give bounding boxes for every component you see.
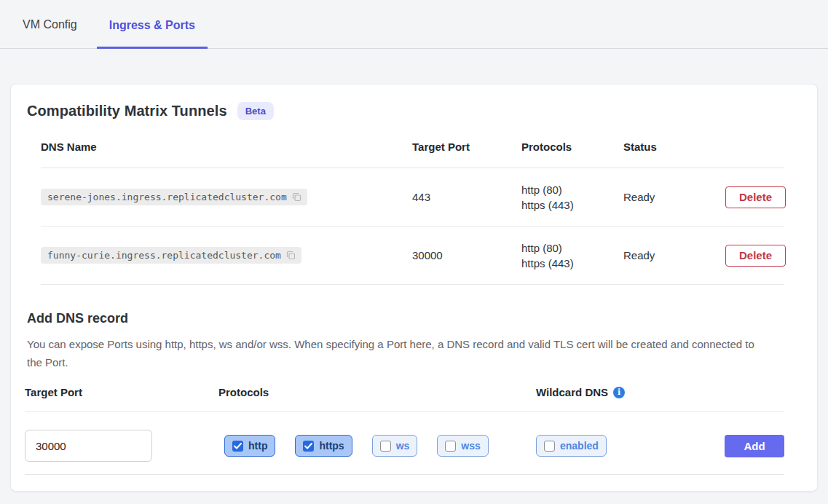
beta-badge: Beta <box>237 102 274 120</box>
checkbox-wildcard-enabled[interactable]: enabled <box>536 435 607 457</box>
target-port-cell: 30000 <box>412 249 521 261</box>
tunnels-card: Compatibility Matrix Tunnels Beta DNS Na… <box>10 84 818 492</box>
checkbox-empty-icon <box>445 441 456 452</box>
target-port-input[interactable] <box>25 430 152 462</box>
dns-name-text: funny-curie.ingress.replicatedcluster.co… <box>47 250 281 261</box>
status-cell: Ready <box>623 249 725 261</box>
col-header-target-port: Target Port <box>412 141 521 153</box>
dns-name-pill: serene-jones.ingress.replicatedcluster.c… <box>41 189 307 205</box>
target-port-cell: 443 <box>412 191 521 203</box>
copy-icon[interactable] <box>286 251 296 260</box>
add-dns-description: You can expose Ports using http, https, … <box>27 335 759 371</box>
form-label-protocols: Protocols <box>218 386 536 398</box>
dns-name-text: serene-jones.ingress.replicatedcluster.c… <box>47 192 287 202</box>
form-input-row: http https ws wss <box>25 412 784 475</box>
table-row: serene-jones.ingress.replicatedcluster.c… <box>41 168 784 227</box>
checkmark-icon <box>232 441 243 452</box>
delete-button[interactable]: Delete <box>725 245 786 267</box>
col-header-protocols: Protocols <box>521 141 623 153</box>
checkmark-icon <box>303 441 314 452</box>
protocols-cell: http (80) https (443) <box>521 240 623 271</box>
delete-button[interactable]: Delete <box>725 186 786 208</box>
dns-name-pill: funny-curie.ingress.replicatedcluster.co… <box>41 247 301 264</box>
form-label-target-port: Target Port <box>25 386 218 398</box>
tab-ingress-ports[interactable]: Ingress & Ports <box>97 1 208 49</box>
info-icon[interactable]: i <box>613 387 625 398</box>
table-header-row: DNS Name Target Port Protocols Status <box>41 141 784 168</box>
tunnels-table: DNS Name Target Port Protocols Status se… <box>41 141 784 285</box>
checkbox-http[interactable]: http <box>224 435 275 457</box>
form-label-wildcard-dns: Wildcard DNS i <box>536 386 710 398</box>
page-title: Compatibility Matrix Tunnels <box>27 103 227 119</box>
col-header-dns-name: DNS Name <box>41 141 412 153</box>
tab-bar: VM Config Ingress & Ports <box>0 0 828 49</box>
card-header: Compatibility Matrix Tunnels Beta <box>11 102 817 120</box>
add-dns-section: Add DNS record You can expose Ports usin… <box>27 311 801 371</box>
protocols-cell: http (80) https (443) <box>521 182 623 213</box>
checkbox-https[interactable]: https <box>295 435 352 457</box>
form-header-row: Target Port Protocols Wildcard DNS i <box>25 386 784 412</box>
tab-vm-config[interactable]: VM Config <box>23 1 77 48</box>
col-header-status: Status <box>623 141 725 153</box>
checkbox-wss[interactable]: wss <box>437 435 488 457</box>
protocol-checkbox-group: http https ws wss <box>224 435 536 457</box>
add-dns-title: Add DNS record <box>27 311 801 326</box>
checkbox-empty-icon <box>544 441 555 452</box>
status-cell: Ready <box>623 191 725 203</box>
checkbox-empty-icon <box>380 441 391 452</box>
checkbox-ws[interactable]: ws <box>372 435 418 457</box>
add-dns-form: Target Port Protocols Wildcard DNS i htt… <box>25 386 784 475</box>
add-button[interactable]: Add <box>725 435 784 457</box>
copy-icon[interactable] <box>292 192 301 202</box>
table-row: funny-curie.ingress.replicatedcluster.co… <box>41 227 784 285</box>
